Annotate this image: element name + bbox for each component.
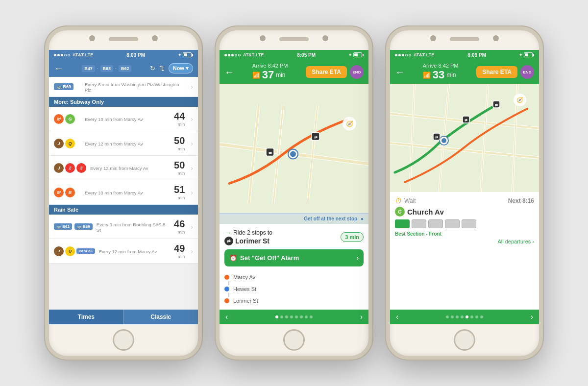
- header-controls: ↻ ⇅ Now ▾: [150, 63, 193, 73]
- route-item-b69[interactable]: 🚌 B69 Every 6 min from Washington Plz/Wa…: [49, 77, 198, 97]
- route-pill-b47: B47: [82, 65, 95, 72]
- subway-destination: Church Av: [407, 208, 444, 216]
- next-arrow-3[interactable]: ›: [531, 313, 533, 321]
- status-bar-3: AT&T LTE 8:09 PM ⌖: [390, 50, 539, 60]
- time-jqb67: 49 min: [174, 243, 185, 259]
- stop-marcy: Marcy Av: [224, 273, 364, 281]
- route-info-mb: Every 10 min from Marcy Av: [85, 189, 170, 195]
- back-button-1[interactable]: ←: [54, 63, 64, 74]
- route-item-b62b69[interactable]: 🚌 B62 🚌 B69 Every 9 min from Roebling St…: [49, 215, 198, 239]
- phone-2: AT&T LTE 8:05 PM ⌖ ← Arrive 8: [216, 26, 372, 360]
- battery-3: [524, 52, 534, 57]
- all-departures[interactable]: All departures ›: [395, 239, 534, 244]
- section-subway-only: More: Subway Only: [49, 97, 198, 107]
- home-button-2[interactable]: [283, 329, 305, 351]
- pagination-3: ‹ ›: [390, 310, 539, 324]
- route-item-jq[interactable]: J Q Every 12 min from Marcy Av 50 min ›: [49, 131, 198, 156]
- refresh-icon[interactable]: ↻: [150, 65, 155, 72]
- share-eta-button-3[interactable]: Share ETA: [476, 66, 517, 78]
- next-arrow-2[interactable]: ›: [360, 313, 363, 321]
- back-button-2[interactable]: ←: [224, 67, 234, 78]
- dot-p5: [295, 315, 298, 318]
- badge-3: 3: [76, 163, 86, 173]
- end-button-3[interactable]: END: [520, 65, 534, 79]
- get-off-strip: Get off at the next stop ●: [220, 213, 368, 224]
- badge-j3: J: [54, 246, 64, 256]
- phone-1: AT&T LTE 8:03 PM ⌖ ← B47: [45, 26, 202, 360]
- svg-point-31: [441, 138, 446, 143]
- s2: [398, 54, 401, 56]
- chevron-mg: ›: [191, 115, 193, 123]
- chevron-jqb67: ›: [191, 247, 193, 255]
- now-button[interactable]: Now ▾: [169, 63, 193, 73]
- battery-tip-1: [192, 54, 193, 56]
- page-dots-2: [275, 315, 313, 318]
- prev-arrow-2[interactable]: ‹: [225, 313, 228, 321]
- line-1: [228, 281, 229, 285]
- battery-body-3: [524, 52, 533, 57]
- front-camera-3: [493, 35, 499, 41]
- route-info-jq: Every 12 min from Marcy Av: [85, 140, 170, 146]
- time-unit-3: min: [446, 72, 456, 78]
- battery-fill-1: [184, 53, 187, 56]
- route-info-b69: Every 6 min from Washington Plz/Washingt…: [85, 81, 185, 93]
- subway-name-row: G Church Av: [395, 207, 534, 217]
- prev-arrow-3[interactable]: ‹: [396, 313, 398, 321]
- sort-icon[interactable]: ⇅: [159, 65, 165, 72]
- time-value-3: 33: [433, 69, 444, 81]
- battery-fill-3: [525, 53, 528, 56]
- badges-b69: 🚌 B69: [54, 83, 81, 90]
- dot-p8: [310, 315, 313, 318]
- route-pill-b63: B63: [100, 65, 114, 72]
- back-button-3[interactable]: ←: [395, 67, 405, 78]
- bus-b69-2: 🚌 B69: [74, 223, 93, 230]
- chevron-b69: ›: [191, 83, 193, 91]
- arrive-label-2: Arrive 8:42 PM: [252, 63, 288, 69]
- route-item-jqb67[interactable]: J Q B67/B69 Every 12 min from Marcy Av 4…: [49, 239, 198, 264]
- status-right-2: ⌖: [349, 52, 364, 58]
- train-visual: [395, 219, 534, 228]
- transit-list: 🚌 B69 Every 6 min from Washington Plz/Wa…: [49, 77, 198, 310]
- dot3-p8: [480, 315, 483, 318]
- route-item-mb[interactable]: M B Every 10 min from Marcy Av 51 min ›: [49, 180, 198, 205]
- time-mb: 51 min: [174, 184, 185, 200]
- s4: [405, 54, 408, 56]
- separator-2: ·: [115, 66, 117, 71]
- ride-stop: ⇄ Lorimer St: [224, 237, 272, 245]
- alarm-button[interactable]: ⏰ Set "Get Off" Alarm ›: [224, 249, 364, 266]
- ride-to-label: → Ride 2 stops to: [224, 229, 272, 237]
- time-unit-jq: min: [174, 146, 185, 151]
- badge-g: G: [65, 114, 75, 124]
- status-right-3: ⌖: [519, 52, 534, 58]
- battery-2: [353, 52, 364, 57]
- svg-text:⇄: ⇄: [435, 136, 438, 139]
- time-jq: 50 min: [174, 135, 185, 151]
- dot3-p3: [456, 315, 459, 318]
- dot3-p2: [451, 315, 454, 318]
- end-button-2[interactable]: END: [350, 65, 364, 79]
- tab-times[interactable]: Times: [49, 310, 123, 324]
- route-item-j23[interactable]: J 2 3 Every 12 min from Marcy Av 50 min …: [49, 156, 198, 180]
- svg-text:⇄: ⇄: [465, 119, 467, 122]
- bottom-tabs: Times Classic: [49, 310, 198, 324]
- train-car-2: [412, 219, 426, 228]
- train-car-4: [445, 219, 460, 228]
- badges-j23: J 2 3: [54, 163, 86, 173]
- phones-container: AT&T LTE 8:03 PM ⌖ ← B47: [35, 17, 553, 369]
- badges-mb: M B: [54, 188, 81, 197]
- dot-lorimer: [224, 298, 229, 303]
- time-mg: 44 min: [174, 111, 185, 127]
- home-button-3[interactable]: [454, 329, 475, 351]
- time-1: 8:03 PM: [126, 52, 145, 58]
- dot-p1: [275, 315, 278, 318]
- ride-duration: 3 min: [341, 232, 364, 242]
- stop-hewes-label: Hewes St: [233, 286, 256, 292]
- header-actions-2: Share ETA END: [306, 65, 364, 79]
- time-value-b62b69: 46: [174, 218, 185, 230]
- badge-b: B: [65, 188, 75, 197]
- home-button-1[interactable]: [113, 329, 134, 351]
- share-eta-button-2[interactable]: Share ETA: [306, 66, 347, 78]
- stop-lorimer: Lorimer St: [224, 297, 364, 305]
- route-item-mg[interactable]: M G Every 10 min from Marcy Av 44 min ›: [49, 107, 198, 131]
- tab-classic[interactable]: Classic: [124, 310, 198, 324]
